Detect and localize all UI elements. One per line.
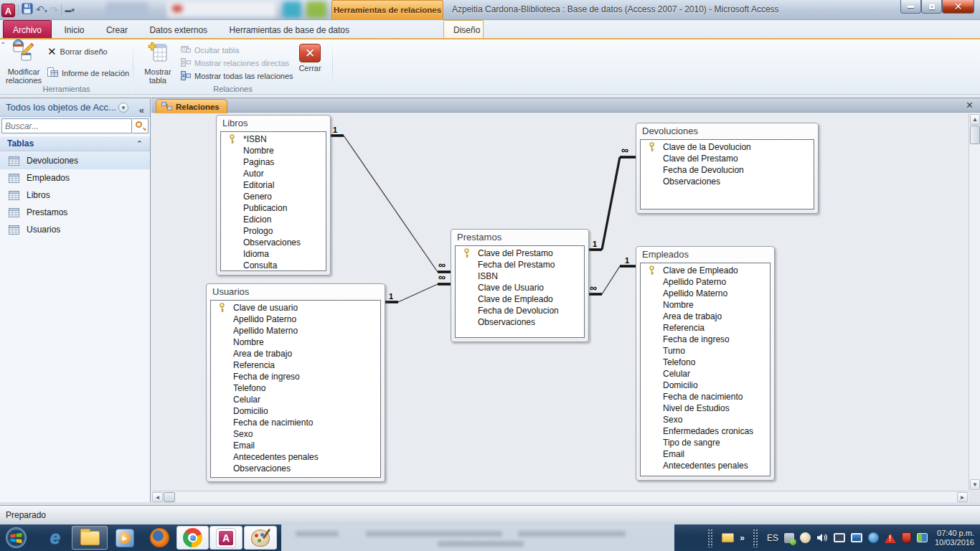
relationship-line-usuarios-prestamos[interactable] [398,284,438,302]
table-field[interactable]: Prologo [221,225,326,237]
table-field[interactable]: Fecha de nacimiento [641,391,770,402]
scroll-up-icon[interactable]: ▲ [970,114,980,125]
table-field[interactable]: Celular [211,394,380,405]
tab-inicio[interactable]: Inicio [55,21,93,40]
relationship-line-prestamos-empleados[interactable] [602,266,620,294]
table-field[interactable]: Paginas [221,156,326,168]
table-field[interactable]: Turno [641,345,770,357]
table-field[interactable]: Clave de Empleado [641,265,770,276]
search-button[interactable] [133,118,149,133]
close-document-icon[interactable]: ✕ [966,100,974,110]
table-field[interactable]: Idioma [221,248,326,260]
table-field[interactable]: Telefono [641,357,770,368]
table-field[interactable]: Clave de Empleado [456,293,584,305]
tab-herramientas-bd[interactable]: Herramientas de base de datos [220,21,359,40]
collapse-pane-icon[interactable]: « [139,101,144,119]
tab-diseno[interactable]: Diseño [443,20,484,39]
sidebar-item-usuarios[interactable]: Usuarios [0,221,150,238]
tab-relaciones[interactable]: Relaciones [156,99,227,113]
relationship-line-prestamos-devoluciones[interactable] [602,157,620,250]
table-field[interactable]: ISBN [456,270,584,282]
paint-icon[interactable] [244,526,277,550]
table-field[interactable]: Sexo [641,414,770,425]
table-field[interactable]: Domicilio [641,380,770,391]
messenger-icon[interactable] [800,532,811,543]
scroll-right-icon[interactable]: ► [957,492,968,502]
table-field[interactable]: Sexo [211,428,380,440]
internet-explorer-icon[interactable]: e [42,526,69,550]
horizontal-scrollbar[interactable]: ◄ ► [151,491,969,502]
relationship-line-libros-prestamos[interactable] [344,136,438,272]
diagram-table-empleados[interactable]: EmpleadosClave de EmpleadoApellido Pater… [636,246,775,481]
table-field[interactable]: Editorial [221,179,326,191]
table-field[interactable]: Telefono [211,382,380,394]
usb-icon[interactable] [784,533,794,543]
table-field[interactable]: Fecha de Devolucion [641,164,814,176]
sidebar-item-empleados[interactable]: Empleados [0,169,150,187]
table-field[interactable]: Email [211,440,380,451]
network-icon[interactable] [834,533,845,542]
restore-button[interactable] [921,0,942,14]
undo-icon[interactable]: ↶▾ [36,3,47,18]
table-field[interactable]: Apellido Materno [211,325,380,336]
warning-icon[interactable] [885,533,896,543]
table-field[interactable]: *ISBN [221,133,326,145]
table-field[interactable]: Domicilio [211,405,380,417]
globe-icon[interactable] [868,532,879,543]
security-shield-icon[interactable] [902,532,911,543]
table-field[interactable]: Observaciones [456,316,584,328]
relationships-canvas[interactable]: 1∞1∞1∞∞1 ▲ ▼ Libros*ISBNNombrePaginasAut… [151,113,980,491]
diagram-table-devoluciones[interactable]: DevolucionesClave de la DevolucionClave … [636,123,819,214]
table-field[interactable]: Nombre [211,336,380,348]
tray-folder-icon[interactable] [722,533,734,542]
tab-archivo[interactable]: Archivo [3,20,52,39]
table-field[interactable]: Nombre [641,299,770,311]
minimize-button[interactable] [900,0,921,14]
close-button[interactable]: ✕ [942,0,974,14]
table-field[interactable]: Clave de usuario [211,302,380,314]
sidebar-item-devoluciones[interactable]: Devoluciones [0,152,150,169]
table-field[interactable]: Observaciones [641,176,814,187]
pc-card-icon[interactable] [917,533,928,542]
table-field[interactable]: Area de trabajo [641,311,770,322]
table-field[interactable]: Fecha del Prestamo [456,259,584,270]
tab-datos-externos[interactable]: Datos externos [140,21,217,40]
taskbar-clock[interactable]: 07:40 p.m. 10/03/2016 [935,529,974,547]
save-icon[interactable] [22,3,33,17]
search-input[interactable] [1,118,132,133]
collapse-group-icon[interactable]: ⌃ [136,136,143,151]
sidebar-item-libros[interactable]: Libros [0,187,150,204]
scroll-left-icon[interactable]: ◄ [152,492,163,502]
table-field[interactable]: Email [641,448,770,460]
nav-group-tablas[interactable]: Tablas ⌃ [0,136,150,151]
table-field[interactable]: Referencia [641,322,770,334]
table-field[interactable]: Edicion [221,214,326,225]
sidebar-item-prestamos[interactable]: Prestamos [0,204,150,221]
table-field[interactable]: Apellido Materno [641,288,770,299]
table-field[interactable]: Clave del Prestamo [641,153,814,164]
access-icon[interactable]: A [209,526,242,550]
table-field[interactable]: Referencia [211,359,380,371]
tray-overflow-icon[interactable]: » [740,533,745,543]
vertical-scroll-thumb[interactable] [970,126,980,144]
language-indicator[interactable]: ES [767,533,778,543]
table-field[interactable]: Area de trabajo [211,348,380,359]
diagram-table-usuarios[interactable]: UsuariosClave de usuarioApellido Paterno… [206,283,385,482]
table-field[interactable]: Fecha de ingreso [641,334,770,345]
table-field[interactable]: Celular [641,368,770,380]
tab-crear[interactable]: Crear [97,21,137,40]
table-field[interactable]: Nombre [221,145,326,156]
nav-pane-header[interactable]: Todos los objetos de Acc... ▼ « [0,98,150,117]
table-field[interactable]: Observaciones [221,237,326,248]
table-field[interactable]: Clave de Usuario [456,282,584,293]
access-logo-icon[interactable]: A [1,4,15,17]
diagram-table-prestamos[interactable]: PrestamosClave del PrestamoFecha del Pre… [451,229,589,342]
scroll-down-icon[interactable]: ▼ [970,479,980,490]
horizontal-scroll-thumb[interactable] [164,492,175,502]
vertical-scrollbar[interactable]: ▲ ▼ [969,113,980,491]
table-field[interactable]: Autor [221,168,326,179]
table-field[interactable]: Antecedentes penales [211,451,380,463]
table-field[interactable]: Observaciones [211,463,380,474]
table-field[interactable]: Fecha de Devolucion [456,305,584,316]
table-field[interactable]: Nivel de Estudios [641,402,770,414]
